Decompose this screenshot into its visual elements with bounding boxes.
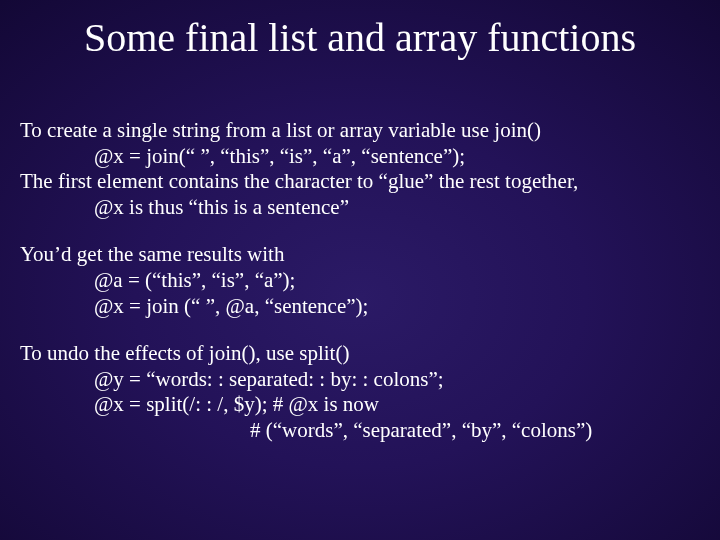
code-line: @x = join(“ ”, “this”, “is”, “a”, “sente… <box>20 144 700 170</box>
code-line: # (“words”, “separated”, “by”, “colons”) <box>20 418 700 444</box>
paragraph-split: To undo the effects of join(), use split… <box>20 341 700 443</box>
code-line: @x = join (“ ”, @a, “sentence”); <box>20 294 700 320</box>
code-line: @y = “words: : separated: : by: : colons… <box>20 367 700 393</box>
text-line: To undo the effects of join(), use split… <box>20 341 700 367</box>
text-line: To create a single string from a list or… <box>20 118 700 144</box>
text-line: The first element contains the character… <box>20 169 700 195</box>
text-line: @x is thus “this is a sentence” <box>20 195 700 221</box>
slide-title: Some final list and array functions <box>0 14 720 61</box>
paragraph-join: To create a single string from a list or… <box>20 118 700 220</box>
code-line: @a = (“this”, “is”, “a”); <box>20 268 700 294</box>
paragraph-same-results: You’d get the same results with @a = (“t… <box>20 242 700 319</box>
slide-body: To create a single string from a list or… <box>20 118 700 466</box>
slide: Some final list and array functions To c… <box>0 0 720 540</box>
code-line: @x = split(/: : /, $y); # @x is now <box>20 392 700 418</box>
text-line: You’d get the same results with <box>20 242 700 268</box>
